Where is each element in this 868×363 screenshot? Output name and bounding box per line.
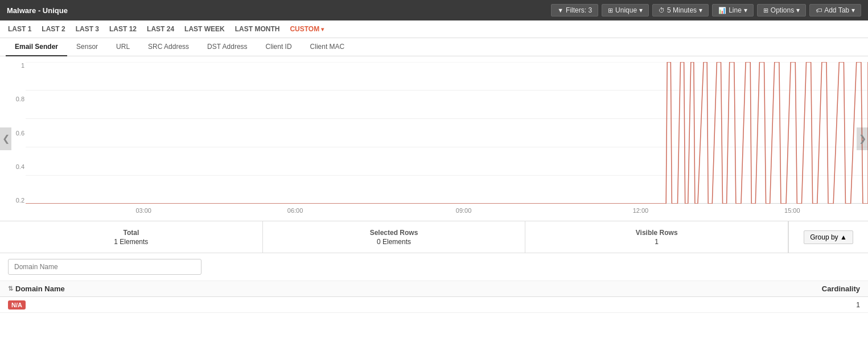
- page-title: Malware - Unique: [7, 6, 68, 15]
- line-button[interactable]: 📊 Line ▾: [712, 4, 754, 16]
- selected-label: Selected Rows: [370, 229, 418, 237]
- col-domain-header: ⇅ Domain Name: [8, 284, 65, 293]
- visible-label: Visible Rows: [636, 229, 678, 237]
- table-header: ⇅ Domain Name Cardinality: [0, 281, 868, 297]
- na-badge: N/A: [8, 300, 26, 310]
- chart-area: [26, 62, 868, 204]
- chevron-right-icon: ❯: [859, 133, 866, 144]
- summary-selected: Selected Rows 0 Elements: [263, 221, 526, 253]
- filters-button[interactable]: ▼ Filters: 3: [551, 4, 598, 16]
- selected-value: 0 Elements: [377, 238, 411, 246]
- time-last1[interactable]: LAST 1: [8, 25, 31, 33]
- time-button[interactable]: ⏱ 5 Minutes ▾: [652, 4, 709, 16]
- chart-container: ❮ ❯ 1 0.8 0.6 0.4 0.2 03:00 06:00 09:00: [0, 56, 868, 221]
- add-tab-button[interactable]: 🏷 Add Tab ▾: [809, 4, 861, 16]
- group-by-section: Group by ▲: [788, 221, 868, 253]
- search-row: [0, 253, 868, 281]
- chevron-left-icon: ❮: [2, 133, 10, 144]
- unique-button[interactable]: ⊞ Unique ▾: [602, 4, 649, 16]
- chart-nav-right[interactable]: ❯: [857, 127, 868, 150]
- time-last-week[interactable]: LAST WEEK: [184, 25, 225, 33]
- tab-client-id[interactable]: Client ID: [257, 38, 301, 56]
- tag-icon: 🏷: [816, 7, 822, 14]
- tab-url[interactable]: URL: [107, 38, 139, 56]
- options-icon: ⊞: [763, 7, 768, 14]
- filter-icon: ▼: [557, 7, 563, 14]
- summary-total: Total 1 Elements: [0, 221, 263, 253]
- time-last12[interactable]: LAST 12: [109, 25, 137, 33]
- cardinality-cell: 1: [856, 301, 860, 309]
- tab-sensor[interactable]: Sensor: [67, 38, 107, 56]
- chart-nav-left[interactable]: ❮: [0, 127, 11, 150]
- tab-src-address[interactable]: SRC Address: [139, 38, 198, 56]
- x-label-1200: 12:00: [633, 207, 649, 214]
- chart-svg: [26, 62, 868, 204]
- sort-icon: ⇅: [8, 285, 13, 292]
- group-by-button[interactable]: Group by ▲: [804, 230, 853, 244]
- summary-row: Total 1 Elements Selected Rows 0 Element…: [0, 221, 868, 253]
- x-label-1500: 15:00: [784, 207, 800, 214]
- visible-value: 1: [655, 238, 659, 246]
- chart-x-axis: 03:00 06:00 09:00 12:00 15:00: [26, 205, 868, 221]
- header-bar: Malware - Unique ▼ Filters: 3 ⊞ Unique ▾…: [0, 0, 868, 20]
- tab-email-sender[interactable]: Email Sender: [6, 38, 67, 56]
- time-last3[interactable]: LAST 3: [76, 25, 99, 33]
- table-row[interactable]: N/A 1: [0, 297, 868, 313]
- time-range-bar: LAST 1 LAST 2 LAST 3 LAST 12 LAST 24 LAS…: [0, 20, 868, 38]
- header-controls: ▼ Filters: 3 ⊞ Unique ▾ ⏱ 5 Minutes ▾ 📊 …: [551, 4, 861, 16]
- total-label: Total: [123, 229, 139, 237]
- time-custom[interactable]: CUSTOM: [290, 25, 324, 33]
- chart-icon: 📊: [718, 7, 726, 14]
- tab-dst-address[interactable]: DST Address: [198, 38, 256, 56]
- search-input[interactable]: [8, 259, 201, 275]
- x-label-0600: 06:00: [287, 207, 303, 214]
- time-last2[interactable]: LAST 2: [42, 25, 65, 33]
- time-last-month[interactable]: LAST MONTH: [235, 25, 280, 33]
- summary-visible: Visible Rows 1: [525, 221, 788, 253]
- total-value: 1 Elements: [114, 238, 148, 246]
- tabs-bar: Email Sender Sensor URL SRC Address DST …: [0, 38, 868, 56]
- options-button[interactable]: ⊞ Options ▾: [757, 4, 806, 16]
- col-cardinality-header: Cardinality: [822, 284, 860, 293]
- unique-icon: ⊞: [608, 7, 613, 14]
- clock-icon: ⏱: [659, 7, 665, 14]
- x-label-0300: 03:00: [135, 207, 151, 214]
- time-last24[interactable]: LAST 24: [147, 25, 174, 33]
- domain-cell: N/A: [8, 300, 26, 309]
- x-label-0900: 09:00: [456, 207, 472, 214]
- tab-client-mac[interactable]: Client MAC: [301, 38, 354, 56]
